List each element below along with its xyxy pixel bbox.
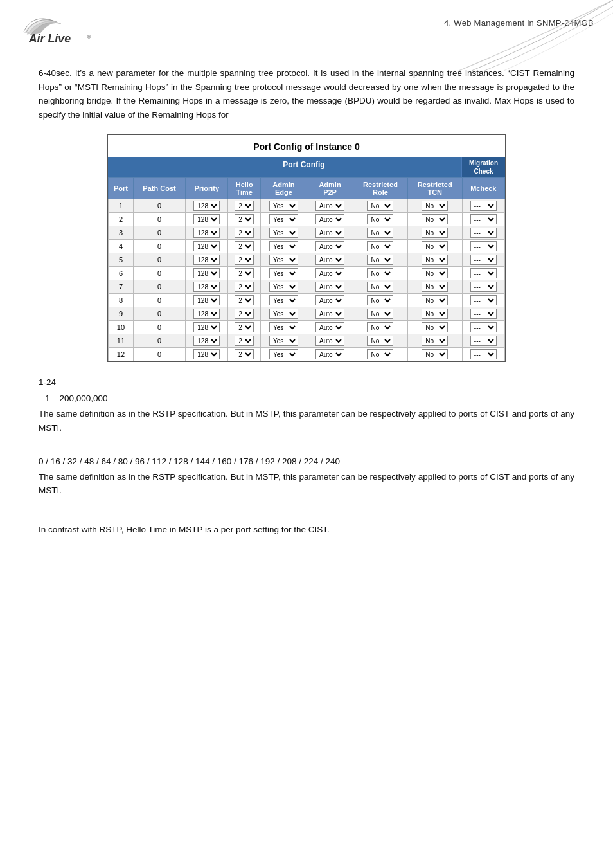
restricted-tcn-select-input[interactable]: NoYes (422, 241, 448, 251)
hello-time-select[interactable]: 21345 (228, 348, 260, 361)
admin-edge-select-input[interactable]: YesNoAuto (269, 214, 298, 224)
restricted-tcn-select-input[interactable]: NoYes (422, 295, 448, 305)
priority-select-input[interactable]: 1281129680644832160144160 (193, 255, 220, 265)
priority-select-input[interactable]: 1281129680644832160144160 (193, 295, 220, 305)
admin-edge-select-input[interactable]: YesNoAuto (269, 322, 298, 332)
restricted-role-select-input[interactable]: NoYes (367, 214, 393, 224)
mcheck-select[interactable]: ---Yes (462, 348, 504, 361)
admin-p2p-select-input[interactable]: AutoYesNo (315, 336, 344, 346)
hello-time-select[interactable]: 21345 (228, 267, 260, 280)
admin-p2p-select-input[interactable]: AutoYesNo (315, 228, 344, 238)
restricted-tcn-select[interactable]: NoYes (407, 240, 462, 253)
mcheck-select[interactable]: ---Yes (462, 199, 504, 213)
priority-select-input[interactable]: 1281129680644832160144160 (193, 201, 220, 211)
mcheck-select-input[interactable]: ---Yes (470, 255, 497, 265)
restricted-role-select[interactable]: NoYes (353, 294, 408, 307)
priority-select[interactable]: 1281129680644832160144160 (186, 307, 228, 321)
priority-select-input[interactable]: 1281129680644832160144160 (193, 241, 220, 251)
admin-p2p-select[interactable]: AutoYesNo (307, 267, 353, 280)
admin-p2p-select[interactable]: AutoYesNo (307, 240, 353, 253)
admin-edge-select[interactable]: YesNoAuto (260, 226, 306, 240)
admin-edge-select[interactable]: YesNoAuto (260, 294, 306, 307)
restricted-role-select[interactable]: NoYes (353, 321, 408, 334)
admin-p2p-select-input[interactable]: AutoYesNo (315, 309, 344, 319)
priority-select[interactable]: 1281129680644832160144160 (186, 334, 228, 348)
restricted-tcn-select[interactable]: NoYes (407, 213, 462, 226)
restricted-role-select[interactable]: NoYes (353, 253, 408, 267)
restricted-tcn-select-input[interactable]: NoYes (422, 268, 448, 278)
mcheck-select-input[interactable]: ---Yes (470, 201, 497, 211)
admin-p2p-select-input[interactable]: AutoYesNo (315, 255, 344, 265)
admin-edge-select-input[interactable]: YesNoAuto (269, 241, 298, 251)
hello-time-select-input[interactable]: 21345 (235, 295, 254, 305)
mcheck-select[interactable]: ---Yes (462, 307, 504, 321)
admin-p2p-select[interactable]: AutoYesNo (307, 280, 353, 294)
mcheck-select[interactable]: ---Yes (462, 213, 504, 226)
restricted-tcn-select[interactable]: NoYes (407, 307, 462, 321)
admin-p2p-select[interactable]: AutoYesNo (307, 199, 353, 213)
admin-edge-select[interactable]: YesNoAuto (260, 253, 306, 267)
restricted-tcn-select-input[interactable]: NoYes (422, 201, 448, 211)
mcheck-select[interactable]: ---Yes (462, 294, 504, 307)
hello-time-select-input[interactable]: 21345 (235, 336, 254, 346)
hello-time-select[interactable]: 21345 (228, 213, 260, 226)
hello-time-select-input[interactable]: 21345 (235, 214, 254, 224)
admin-p2p-select-input[interactable]: AutoYesNo (315, 322, 344, 332)
restricted-role-select-input[interactable]: NoYes (367, 349, 393, 359)
admin-edge-select-input[interactable]: YesNoAuto (269, 349, 298, 359)
admin-p2p-select-input[interactable]: AutoYesNo (315, 268, 344, 278)
priority-select-input[interactable]: 1281129680644832160144160 (193, 322, 220, 332)
hello-time-select-input[interactable]: 21345 (235, 268, 254, 278)
mcheck-select-input[interactable]: ---Yes (470, 241, 497, 251)
admin-p2p-select-input[interactable]: AutoYesNo (315, 349, 344, 359)
priority-select[interactable]: 1281129680644832160144160 (186, 253, 228, 267)
restricted-role-select-input[interactable]: NoYes (367, 228, 393, 238)
restricted-role-select-input[interactable]: NoYes (367, 322, 393, 332)
hello-time-select-input[interactable]: 21345 (235, 282, 254, 292)
mcheck-select-input[interactable]: ---Yes (470, 336, 497, 346)
restricted-role-select-input[interactable]: NoYes (367, 241, 393, 251)
restricted-role-select-input[interactable]: NoYes (367, 309, 393, 319)
priority-select[interactable]: 1281129680644832160144160 (186, 199, 228, 213)
admin-edge-select[interactable]: YesNoAuto (260, 267, 306, 280)
hello-time-select-input[interactable]: 21345 (235, 241, 254, 251)
priority-select-input[interactable]: 1281129680644832160144160 (193, 282, 220, 292)
mcheck-select[interactable]: ---Yes (462, 334, 504, 348)
restricted-tcn-select-input[interactable]: NoYes (422, 214, 448, 224)
mcheck-select-input[interactable]: ---Yes (470, 349, 497, 359)
hello-time-select-input[interactable]: 21345 (235, 309, 254, 319)
admin-edge-select[interactable]: YesNoAuto (260, 280, 306, 294)
hello-time-select[interactable]: 21345 (228, 226, 260, 240)
restricted-role-select[interactable]: NoYes (353, 307, 408, 321)
hello-time-select[interactable]: 21345 (228, 307, 260, 321)
mcheck-select[interactable]: ---Yes (462, 267, 504, 280)
admin-p2p-select[interactable]: AutoYesNo (307, 253, 353, 267)
admin-p2p-select[interactable]: AutoYesNo (307, 334, 353, 348)
restricted-role-select[interactable]: NoYes (353, 348, 408, 361)
restricted-tcn-select[interactable]: NoYes (407, 348, 462, 361)
priority-select-input[interactable]: 1281129680644832160144160 (193, 228, 220, 238)
restricted-role-select[interactable]: NoYes (353, 267, 408, 280)
admin-p2p-select[interactable]: AutoYesNo (307, 348, 353, 361)
priority-select-input[interactable]: 1281129680644832160144160 (193, 336, 220, 346)
admin-p2p-select[interactable]: AutoYesNo (307, 213, 353, 226)
hello-time-select[interactable]: 21345 (228, 334, 260, 348)
hello-time-select-input[interactable]: 21345 (235, 228, 254, 238)
admin-edge-select[interactable]: YesNoAuto (260, 213, 306, 226)
restricted-role-select-input[interactable]: NoYes (367, 201, 393, 211)
admin-p2p-select-input[interactable]: AutoYesNo (315, 241, 344, 251)
admin-edge-select-input[interactable]: YesNoAuto (269, 336, 298, 346)
restricted-tcn-select-input[interactable]: NoYes (422, 336, 448, 346)
restricted-role-select[interactable]: NoYes (353, 334, 408, 348)
admin-p2p-select-input[interactable]: AutoYesNo (315, 282, 344, 292)
admin-edge-select[interactable]: YesNoAuto (260, 307, 306, 321)
restricted-role-select[interactable]: NoYes (353, 226, 408, 240)
hello-time-select[interactable]: 21345 (228, 321, 260, 334)
admin-p2p-select[interactable]: AutoYesNo (307, 321, 353, 334)
admin-p2p-select-input[interactable]: AutoYesNo (315, 214, 344, 224)
admin-p2p-select[interactable]: AutoYesNo (307, 294, 353, 307)
priority-select[interactable]: 1281129680644832160144160 (186, 240, 228, 253)
admin-edge-select-input[interactable]: YesNoAuto (269, 295, 298, 305)
priority-select[interactable]: 1281129680644832160144160 (186, 226, 228, 240)
restricted-tcn-select[interactable]: NoYes (407, 321, 462, 334)
